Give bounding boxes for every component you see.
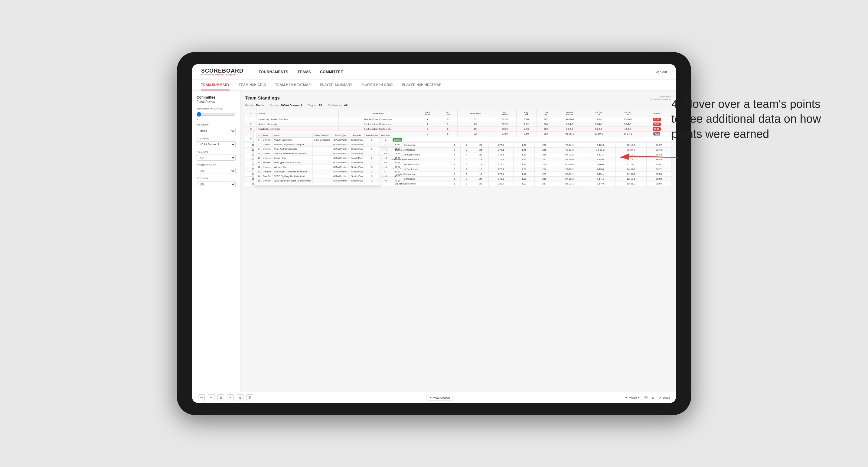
subnav-player-summary[interactable]: PLAYER SUMMARY bbox=[320, 80, 352, 90]
cell-adj-score: 272.0 bbox=[493, 117, 516, 122]
cell-no-tour: 8 bbox=[460, 177, 473, 182]
overlay-cell-points: 56.64 bbox=[391, 165, 403, 169]
cell-no-tour: 8 bbox=[438, 127, 458, 131]
conference-select[interactable]: (All) bbox=[196, 168, 236, 174]
cell-avg-sg: 2.50 bbox=[516, 131, 536, 136]
subnav-team-h2h-heatmap[interactable]: TEAM H2H HEATMAP bbox=[275, 80, 311, 90]
share-icon: ↗ bbox=[659, 396, 661, 399]
undo-button[interactable]: ↩ bbox=[198, 395, 205, 401]
division-select[interactable]: NCAA Division I NCAA Division II NAIA bbox=[196, 141, 236, 147]
points-badge[interactable]: 93.31 bbox=[653, 123, 661, 126]
sidebar-section-region: Region N/A East West bbox=[196, 150, 236, 161]
view-selector[interactable]: 👁 View: Original bbox=[426, 395, 453, 401]
min-rounds-slider[interactable] bbox=[196, 112, 236, 117]
subnav-player-h2h-heatmap[interactable]: PLAYER H2H HEATMAP bbox=[402, 80, 441, 90]
sidebar-label-gender: Gender bbox=[196, 124, 236, 127]
points-badge[interactable]: 97.02 bbox=[653, 118, 661, 121]
cell-bnds-wins: 21 bbox=[473, 143, 489, 148]
cell-vs50: 55-4-0 bbox=[613, 122, 642, 127]
nav-teams[interactable]: TEAMS bbox=[298, 69, 311, 75]
cell-points[interactable]: 80.54 bbox=[647, 172, 672, 177]
overlay-cell: Ben Hogan Collegiate Invitational bbox=[273, 169, 312, 174]
watch-button[interactable]: 👁 Watch ▾ bbox=[625, 396, 640, 399]
cell-adj-score: 278.6 bbox=[489, 162, 514, 167]
expand-button[interactable]: ⊞ bbox=[652, 396, 654, 399]
table-header-row: # School Conference ConfRank NoTour Bnds… bbox=[245, 110, 672, 117]
overlay-cell: 11 bbox=[256, 160, 261, 165]
redo-button[interactable]: ↪ bbox=[208, 395, 214, 401]
cell-adj-score: 280.7 bbox=[489, 182, 514, 186]
cell-points[interactable]: 85.89 bbox=[647, 177, 672, 182]
zoom-button[interactable]: ⊕ bbox=[237, 395, 244, 401]
col-conf-rank: ConfRank bbox=[417, 110, 438, 117]
overlay-cell: Williams Cup bbox=[273, 165, 312, 169]
cell-avg-sg: 1.22 bbox=[514, 182, 535, 186]
comment-button[interactable]: 💬 bbox=[644, 396, 648, 399]
zoom-fit-button[interactable]: ⊞ bbox=[217, 395, 224, 401]
nav-tournaments[interactable]: TOURNAMENTS bbox=[258, 69, 288, 75]
powered-by: Powered by Powered by clipp'd bbox=[201, 73, 244, 76]
gender-select[interactable]: Men's Women's bbox=[196, 128, 236, 134]
cell-conf-rank: 1 bbox=[448, 182, 461, 186]
overlay-row: 10 Univers Copper Cup NCAA Division I Ma… bbox=[256, 156, 404, 160]
points-badge[interactable]: 79.5 bbox=[653, 132, 660, 135]
filter-gender: Gender: Men's bbox=[245, 104, 264, 107]
timer-button[interactable]: ⏱ bbox=[247, 395, 253, 401]
overlay-cell bbox=[312, 160, 331, 165]
overlay-cell: Stroke Play bbox=[350, 142, 364, 147]
cell-vs25: 5-11-1 bbox=[585, 152, 616, 157]
cell-low-adj: 265 bbox=[535, 152, 554, 157]
panel-header: Team Standings Update time: 13/03/2024 1… bbox=[245, 95, 672, 101]
cell-no-tour: 9 bbox=[438, 122, 458, 127]
cell-record: 67-10-0 bbox=[555, 117, 584, 122]
subnav-team-summary[interactable]: TEAM SUMMARY bbox=[201, 80, 229, 90]
points-badge-highlighted[interactable]: 90.30 bbox=[653, 127, 661, 131]
cell-record: 53-41-1 bbox=[554, 172, 585, 177]
col-vs-top50: Vs Top50 bbox=[613, 110, 642, 117]
overlay-row: 14 East Tei OFCC Fighting Illini Invitat… bbox=[256, 174, 404, 179]
update-time: Update time: 13/03/2024 10:03:42 bbox=[649, 95, 672, 101]
nav-committee[interactable]: COMMITTEE bbox=[320, 69, 343, 75]
overlay-cell: NCAA Division I bbox=[331, 174, 350, 179]
cell-conf-rank: 1 bbox=[448, 177, 461, 182]
cell-points[interactable]: 93.31 bbox=[642, 122, 672, 127]
share-button[interactable]: ↗ Share bbox=[659, 396, 670, 399]
overlay-cell: Southern Highlands Collegiate bbox=[273, 142, 312, 147]
cell-points[interactable]: 90.30 bbox=[642, 127, 672, 131]
school-select[interactable]: (All) bbox=[196, 181, 236, 187]
col-adj-score: Adj.Score bbox=[493, 110, 516, 117]
sidebar-section-division: Division NCAA Division I NCAA Division I… bbox=[196, 137, 236, 147]
annotation-arrow bbox=[617, 145, 683, 169]
region-select[interactable]: N/A East West bbox=[196, 155, 236, 161]
overlay-header-row: # Team Event Event Division Event Type R… bbox=[256, 133, 404, 137]
cell-vs50: 58-24-1 bbox=[613, 131, 642, 136]
overlay-cell: NCAA Division I bbox=[331, 169, 350, 174]
cell-vs50: 50-10-0 bbox=[613, 117, 642, 122]
filter-division: Division: NCAA Division I bbox=[270, 104, 302, 107]
subnav-player-h2h-grid[interactable]: PLAYER H2H GRID bbox=[362, 80, 393, 90]
data-panel: Team Standings Update time: 13/03/2024 1… bbox=[241, 91, 676, 392]
cell-points[interactable]: 97.02 bbox=[642, 117, 672, 122]
sign-out-button[interactable]: Sign out bbox=[650, 70, 667, 74]
cell-vs50: 21-32-1 bbox=[616, 172, 647, 177]
overlay-col-event: Event bbox=[273, 133, 312, 137]
copy-button[interactable]: ⎘ bbox=[227, 395, 234, 401]
overlay-cell: NCAA Division I bbox=[331, 160, 350, 165]
cell-vs25: 33-19-1 bbox=[584, 131, 613, 136]
cell-no-tour: 7 bbox=[460, 162, 473, 167]
expand-icon: ⊞ bbox=[652, 396, 654, 399]
overlay-cell: +1 bbox=[379, 147, 391, 151]
cell-record: 46-29-0 bbox=[554, 162, 585, 167]
overlay-cell bbox=[312, 174, 331, 179]
cell-points[interactable]: 80.94 bbox=[647, 182, 672, 186]
overlay-cell: 3 bbox=[364, 165, 379, 169]
cell-conference: Atlantic Coast Conference bbox=[339, 117, 417, 122]
cell-points[interactable]: 79.5 bbox=[642, 131, 672, 136]
subnav-team-h2h-grid[interactable]: TEAM H2H GRID bbox=[239, 80, 266, 90]
overlay-cell: Florida I bbox=[261, 160, 273, 165]
cell-school: University of North Carolina bbox=[257, 117, 339, 122]
cell-vs25: 29-5-0 bbox=[584, 127, 613, 131]
cell-no-tour: 7 bbox=[460, 148, 473, 152]
cell-no-tour: 9 bbox=[438, 117, 458, 122]
overlay-cell: 10 bbox=[256, 156, 261, 160]
